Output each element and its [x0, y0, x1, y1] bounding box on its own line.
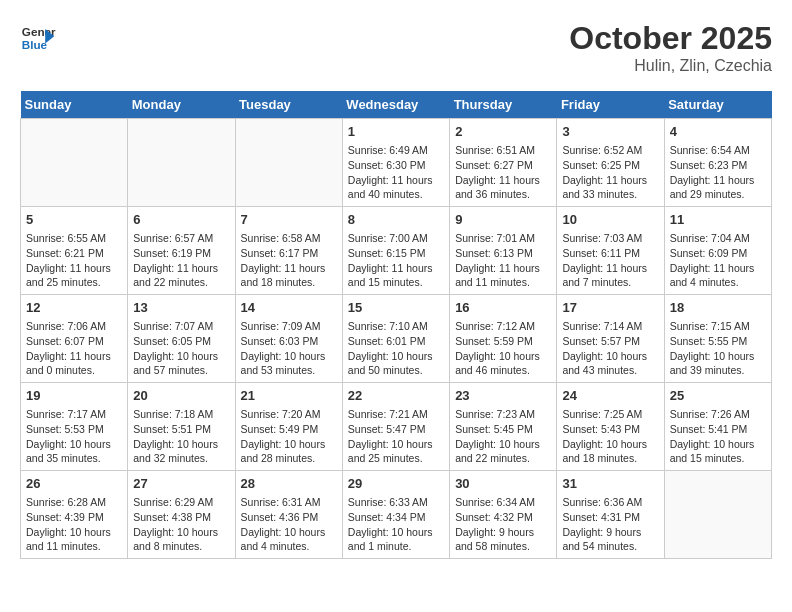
calendar-cell: [664, 471, 771, 559]
calendar-cell: 21Sunrise: 7:20 AM Sunset: 5:49 PM Dayli…: [235, 383, 342, 471]
weekday-header-saturday: Saturday: [664, 91, 771, 119]
calendar-cell: 2Sunrise: 6:51 AM Sunset: 6:27 PM Daylig…: [450, 119, 557, 207]
day-number: 19: [26, 387, 122, 405]
calendar-cell: 29Sunrise: 6:33 AM Sunset: 4:34 PM Dayli…: [342, 471, 449, 559]
day-info: Sunrise: 7:07 AM Sunset: 6:05 PM Dayligh…: [133, 319, 229, 378]
day-number: 30: [455, 475, 551, 493]
calendar-cell: 25Sunrise: 7:26 AM Sunset: 5:41 PM Dayli…: [664, 383, 771, 471]
calendar-cell: 4Sunrise: 6:54 AM Sunset: 6:23 PM Daylig…: [664, 119, 771, 207]
calendar-week-4: 19Sunrise: 7:17 AM Sunset: 5:53 PM Dayli…: [21, 383, 772, 471]
day-number: 17: [562, 299, 658, 317]
weekday-header-friday: Friday: [557, 91, 664, 119]
day-info: Sunrise: 6:34 AM Sunset: 4:32 PM Dayligh…: [455, 495, 551, 554]
day-info: Sunrise: 7:01 AM Sunset: 6:13 PM Dayligh…: [455, 231, 551, 290]
calendar-cell: 16Sunrise: 7:12 AM Sunset: 5:59 PM Dayli…: [450, 295, 557, 383]
day-info: Sunrise: 7:12 AM Sunset: 5:59 PM Dayligh…: [455, 319, 551, 378]
day-number: 29: [348, 475, 444, 493]
calendar-cell: 10Sunrise: 7:03 AM Sunset: 6:11 PM Dayli…: [557, 207, 664, 295]
day-info: Sunrise: 6:49 AM Sunset: 6:30 PM Dayligh…: [348, 143, 444, 202]
day-info: Sunrise: 6:57 AM Sunset: 6:19 PM Dayligh…: [133, 231, 229, 290]
weekday-header-row: SundayMondayTuesdayWednesdayThursdayFrid…: [21, 91, 772, 119]
day-number: 28: [241, 475, 337, 493]
day-info: Sunrise: 6:28 AM Sunset: 4:39 PM Dayligh…: [26, 495, 122, 554]
weekday-header-sunday: Sunday: [21, 91, 128, 119]
calendar-cell: 22Sunrise: 7:21 AM Sunset: 5:47 PM Dayli…: [342, 383, 449, 471]
calendar-table: SundayMondayTuesdayWednesdayThursdayFrid…: [20, 91, 772, 559]
day-info: Sunrise: 7:10 AM Sunset: 6:01 PM Dayligh…: [348, 319, 444, 378]
day-number: 6: [133, 211, 229, 229]
day-info: Sunrise: 6:51 AM Sunset: 6:27 PM Dayligh…: [455, 143, 551, 202]
day-number: 31: [562, 475, 658, 493]
calendar-cell: 8Sunrise: 7:00 AM Sunset: 6:15 PM Daylig…: [342, 207, 449, 295]
calendar-cell: 23Sunrise: 7:23 AM Sunset: 5:45 PM Dayli…: [450, 383, 557, 471]
calendar-cell: 30Sunrise: 6:34 AM Sunset: 4:32 PM Dayli…: [450, 471, 557, 559]
calendar-cell: 1Sunrise: 6:49 AM Sunset: 6:30 PM Daylig…: [342, 119, 449, 207]
logo-icon: General Blue: [20, 20, 56, 56]
day-info: Sunrise: 7:26 AM Sunset: 5:41 PM Dayligh…: [670, 407, 766, 466]
calendar-cell: [235, 119, 342, 207]
calendar-cell: 12Sunrise: 7:06 AM Sunset: 6:07 PM Dayli…: [21, 295, 128, 383]
day-info: Sunrise: 7:09 AM Sunset: 6:03 PM Dayligh…: [241, 319, 337, 378]
weekday-header-tuesday: Tuesday: [235, 91, 342, 119]
svg-text:Blue: Blue: [22, 38, 48, 51]
day-number: 23: [455, 387, 551, 405]
day-number: 1: [348, 123, 444, 141]
day-number: 16: [455, 299, 551, 317]
day-info: Sunrise: 7:14 AM Sunset: 5:57 PM Dayligh…: [562, 319, 658, 378]
day-info: Sunrise: 7:04 AM Sunset: 6:09 PM Dayligh…: [670, 231, 766, 290]
day-number: 11: [670, 211, 766, 229]
weekday-header-thursday: Thursday: [450, 91, 557, 119]
day-info: Sunrise: 7:15 AM Sunset: 5:55 PM Dayligh…: [670, 319, 766, 378]
day-info: Sunrise: 6:33 AM Sunset: 4:34 PM Dayligh…: [348, 495, 444, 554]
day-number: 26: [26, 475, 122, 493]
calendar-cell: [21, 119, 128, 207]
day-number: 10: [562, 211, 658, 229]
logo: General Blue: [20, 20, 56, 56]
day-info: Sunrise: 7:25 AM Sunset: 5:43 PM Dayligh…: [562, 407, 658, 466]
day-info: Sunrise: 6:58 AM Sunset: 6:17 PM Dayligh…: [241, 231, 337, 290]
day-info: Sunrise: 6:36 AM Sunset: 4:31 PM Dayligh…: [562, 495, 658, 554]
calendar-week-2: 5Sunrise: 6:55 AM Sunset: 6:21 PM Daylig…: [21, 207, 772, 295]
day-info: Sunrise: 6:29 AM Sunset: 4:38 PM Dayligh…: [133, 495, 229, 554]
calendar-cell: 15Sunrise: 7:10 AM Sunset: 6:01 PM Dayli…: [342, 295, 449, 383]
calendar-cell: 27Sunrise: 6:29 AM Sunset: 4:38 PM Dayli…: [128, 471, 235, 559]
day-number: 21: [241, 387, 337, 405]
weekday-header-wednesday: Wednesday: [342, 91, 449, 119]
calendar-cell: 11Sunrise: 7:04 AM Sunset: 6:09 PM Dayli…: [664, 207, 771, 295]
calendar-cell: 3Sunrise: 6:52 AM Sunset: 6:25 PM Daylig…: [557, 119, 664, 207]
calendar-cell: 19Sunrise: 7:17 AM Sunset: 5:53 PM Dayli…: [21, 383, 128, 471]
day-number: 5: [26, 211, 122, 229]
calendar-cell: 6Sunrise: 6:57 AM Sunset: 6:19 PM Daylig…: [128, 207, 235, 295]
day-number: 4: [670, 123, 766, 141]
day-number: 20: [133, 387, 229, 405]
page-header: General Blue October 2025 Hulin, Zlin, C…: [20, 20, 772, 75]
day-number: 9: [455, 211, 551, 229]
day-info: Sunrise: 7:03 AM Sunset: 6:11 PM Dayligh…: [562, 231, 658, 290]
day-info: Sunrise: 7:23 AM Sunset: 5:45 PM Dayligh…: [455, 407, 551, 466]
calendar-cell: 24Sunrise: 7:25 AM Sunset: 5:43 PM Dayli…: [557, 383, 664, 471]
calendar-week-3: 12Sunrise: 7:06 AM Sunset: 6:07 PM Dayli…: [21, 295, 772, 383]
calendar-subtitle: Hulin, Zlin, Czechia: [569, 57, 772, 75]
day-number: 7: [241, 211, 337, 229]
calendar-week-5: 26Sunrise: 6:28 AM Sunset: 4:39 PM Dayli…: [21, 471, 772, 559]
day-info: Sunrise: 7:20 AM Sunset: 5:49 PM Dayligh…: [241, 407, 337, 466]
calendar-cell: 7Sunrise: 6:58 AM Sunset: 6:17 PM Daylig…: [235, 207, 342, 295]
calendar-cell: 31Sunrise: 6:36 AM Sunset: 4:31 PM Dayli…: [557, 471, 664, 559]
day-info: Sunrise: 6:31 AM Sunset: 4:36 PM Dayligh…: [241, 495, 337, 554]
day-info: Sunrise: 6:55 AM Sunset: 6:21 PM Dayligh…: [26, 231, 122, 290]
calendar-cell: 26Sunrise: 6:28 AM Sunset: 4:39 PM Dayli…: [21, 471, 128, 559]
weekday-header-monday: Monday: [128, 91, 235, 119]
day-number: 24: [562, 387, 658, 405]
calendar-cell: 28Sunrise: 6:31 AM Sunset: 4:36 PM Dayli…: [235, 471, 342, 559]
day-info: Sunrise: 7:18 AM Sunset: 5:51 PM Dayligh…: [133, 407, 229, 466]
calendar-cell: 9Sunrise: 7:01 AM Sunset: 6:13 PM Daylig…: [450, 207, 557, 295]
calendar-week-1: 1Sunrise: 6:49 AM Sunset: 6:30 PM Daylig…: [21, 119, 772, 207]
day-number: 12: [26, 299, 122, 317]
calendar-title-block: October 2025 Hulin, Zlin, Czechia: [569, 20, 772, 75]
day-info: Sunrise: 7:06 AM Sunset: 6:07 PM Dayligh…: [26, 319, 122, 378]
day-info: Sunrise: 7:17 AM Sunset: 5:53 PM Dayligh…: [26, 407, 122, 466]
calendar-cell: 20Sunrise: 7:18 AM Sunset: 5:51 PM Dayli…: [128, 383, 235, 471]
calendar-header: SundayMondayTuesdayWednesdayThursdayFrid…: [21, 91, 772, 119]
calendar-title: October 2025: [569, 20, 772, 57]
day-number: 22: [348, 387, 444, 405]
